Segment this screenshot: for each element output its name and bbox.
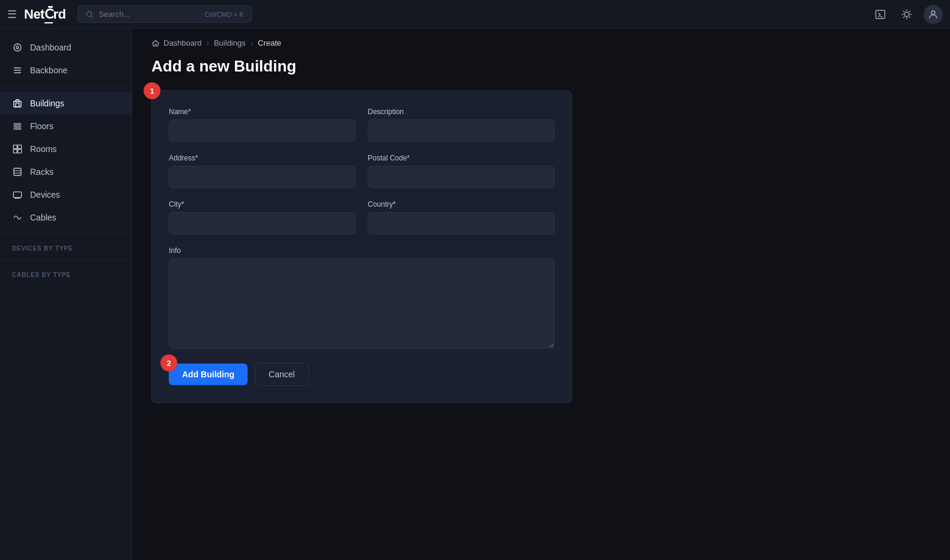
sidebar-nav: Dashboard Backbone (0, 29, 132, 289)
buildings-icon (12, 98, 23, 109)
form-group-info: Info (169, 246, 555, 348)
svg-rect-26 (18, 150, 22, 153)
sidebar-section-devices-by-type: DEVICES BY TYPE (0, 239, 132, 255)
step-2-badge: 2 (160, 355, 177, 371)
description-input[interactable] (368, 120, 555, 142)
form-row-city-country: City* Country* (169, 200, 555, 234)
form-group-description: Description (368, 108, 555, 142)
sidebar-item-buildings[interactable]: Buildings (0, 92, 132, 115)
cancel-button[interactable]: Cancel (255, 363, 309, 386)
user-avatar[interactable] (924, 5, 943, 24)
sidebar-item-label: Rooms (30, 144, 56, 154)
add-building-button[interactable]: Add Building (169, 364, 248, 385)
svg-rect-22 (14, 128, 21, 129)
name-input[interactable] (169, 120, 356, 142)
dashboard-icon (12, 42, 23, 53)
breadcrumb-home[interactable]: Dashboard (151, 38, 202, 47)
theme-icon[interactable] (897, 5, 916, 24)
postal-code-label: Postal Code* (368, 154, 555, 162)
sidebar-item-label: Dashboard (30, 43, 72, 52)
svg-point-14 (14, 44, 21, 51)
info-textarea[interactable] (169, 258, 555, 348)
form-group-country: Country* (368, 200, 555, 234)
svg-rect-21 (14, 126, 21, 127)
sidebar-item-label: Racks (30, 167, 53, 177)
sidebar-item-backbone[interactable]: Backbone (0, 59, 132, 82)
sidebar: Dashboard Backbone (0, 29, 132, 560)
cables-icon (12, 212, 23, 223)
sidebar-item-label: Floors (30, 121, 53, 131)
sidebar-divider-2 (0, 234, 132, 234)
terminal-icon[interactable] (871, 5, 890, 24)
main-content: Dashboard › Buildings › Create Add a new… (132, 29, 950, 560)
country-input[interactable] (368, 212, 555, 234)
svg-point-15 (16, 46, 19, 49)
svg-rect-20 (14, 123, 21, 124)
sidebar-item-rooms[interactable]: Rooms (0, 138, 132, 160)
svg-line-11 (904, 17, 904, 17)
rooms-icon (12, 144, 23, 154)
form-row-name-description: Name* Description (169, 108, 555, 142)
breadcrumb-current: Create (258, 38, 281, 47)
breadcrumb: Dashboard › Buildings › Create (132, 29, 950, 57)
form-card: 1 Name* Description Address* (151, 90, 572, 403)
svg-rect-24 (18, 145, 22, 148)
sidebar-divider (0, 87, 132, 87)
breadcrumb-sep-1: › (207, 38, 209, 47)
sidebar-item-cables[interactable]: Cables (0, 206, 132, 229)
svg-line-1 (91, 16, 93, 17)
country-label: Country* (368, 200, 555, 208)
breadcrumb-home-label: Dashboard (163, 38, 202, 47)
sidebar-item-label: Buildings (30, 99, 64, 108)
form-group-postal-code: Postal Code* (368, 154, 555, 188)
city-label: City* (169, 200, 356, 208)
step-1-badge: 1 (144, 82, 160, 99)
svg-rect-23 (13, 145, 17, 148)
racks-icon (12, 166, 23, 177)
svg-rect-27 (14, 168, 21, 175)
sidebar-item-dashboard[interactable]: Dashboard (0, 36, 132, 59)
topbar-actions (871, 5, 943, 24)
search-icon (85, 10, 94, 19)
form-group-city: City* (169, 200, 356, 234)
topbar: ☰ NetC̄rd Ctrl/CMD + K (0, 0, 950, 29)
form-row-info: Info (169, 246, 555, 348)
form-row-address-postal: Address* Postal Code* (169, 154, 555, 188)
sidebar-item-label: Devices (30, 190, 60, 199)
form-group-address: Address* (169, 154, 356, 188)
sidebar-item-racks[interactable]: Racks (0, 160, 132, 183)
page-title: Add a new Building (151, 57, 931, 76)
address-input[interactable] (169, 166, 356, 188)
form-group-name: Name* (169, 108, 356, 142)
name-label: Name* (169, 108, 356, 116)
search-shortcut: Ctrl/CMD + K (204, 11, 243, 18)
city-input[interactable] (169, 212, 356, 234)
sidebar-divider-3 (0, 260, 132, 261)
search-bar[interactable]: Ctrl/CMD + K (78, 5, 251, 23)
menu-icon[interactable]: ☰ (7, 8, 17, 21)
devices-icon (12, 189, 23, 200)
layout: Dashboard Backbone (0, 29, 950, 560)
svg-line-10 (909, 17, 910, 17)
svg-line-9 (904, 11, 904, 11)
sidebar-item-devices[interactable]: Devices (0, 183, 132, 206)
backbone-icon (12, 65, 23, 76)
breadcrumb-buildings-label: Buildings (214, 38, 246, 47)
svg-line-12 (909, 11, 910, 11)
sidebar-item-floors[interactable]: Floors (0, 115, 132, 138)
info-label: Info (169, 246, 555, 255)
floors-icon (12, 121, 23, 132)
sidebar-item-label: Cables (30, 213, 56, 222)
svg-rect-30 (13, 192, 21, 197)
address-label: Address* (169, 154, 356, 162)
svg-rect-19 (14, 102, 21, 107)
breadcrumb-sep-2: › (251, 38, 253, 47)
home-icon (151, 39, 160, 47)
svg-point-4 (904, 12, 909, 17)
form-actions: 2 Add Building Cancel (169, 363, 555, 386)
app-logo: NetC̄rd (24, 7, 65, 22)
search-input[interactable] (99, 10, 199, 19)
breadcrumb-buildings[interactable]: Buildings (214, 38, 246, 47)
postal-code-input[interactable] (368, 166, 555, 188)
sidebar-section-cables-by-type: CABLES BY TYPE (0, 266, 132, 282)
